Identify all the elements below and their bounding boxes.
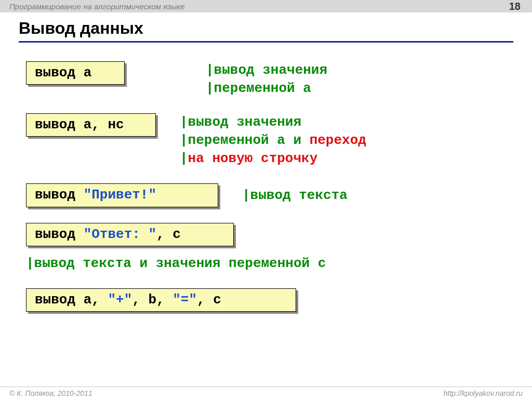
code-box-3: вывод "Привет!" [26,183,218,207]
comment-text-red: переход [310,132,366,148]
code-arg: a, [84,292,108,308]
string-literal: "Ответ: " [84,227,156,242]
slide-footer: © К. Поляков, 2010-2011 http://kpolyakov… [0,387,532,399]
comment-text: вывод текста [250,188,348,203]
code-arg: , c [197,292,221,308]
comment-4: |вывод текста и значения переменной c [26,255,513,273]
page-number: 18 [509,1,523,12]
code-box-5: вывод a, "+", b, "=", c [26,288,296,312]
code-arg: , c [156,227,181,242]
comment-text: вывод текста и значения переменной c [34,256,326,271]
string-literal: "+" [108,292,132,308]
pipe: | [242,188,250,203]
pipe: | [180,132,188,148]
footer-url: http://kpolyakov.narod.ru [444,389,523,397]
comment-2: |вывод значения|переменной a и переход|н… [180,113,366,168]
slide-header: Программирование на алгоритмическом язык… [0,0,532,12]
keyword: вывод [35,227,84,242]
slide-body: Вывод данных вывод a |вывод значения|пер… [0,12,532,312]
code-box-2: вывод a, нс [26,113,156,137]
slide-title: Вывод данных [19,19,513,43]
keyword: вывод [35,292,84,308]
code-arg: , b, [132,292,172,308]
pipe: | [26,256,34,271]
code-box-1: вывод a [26,61,125,85]
course-title: Программирование на алгоритмическом язык… [9,2,185,11]
comment-1: |вывод значения|переменной a [206,61,327,98]
example-4: вывод "Ответ: ", c [26,223,513,246]
pipe: | [206,62,214,78]
copyright: © К. Поляков, 2010-2011 [9,389,92,397]
string-literal: "Привет!" [84,187,156,203]
keyword: вывод [35,187,84,203]
keyword: вывод [35,117,84,132]
string-literal: "=" [172,292,197,308]
comment-3: |вывод текста [242,187,348,205]
comment-text: вывод значения [188,114,301,130]
example-1: вывод a |вывод значения|переменной a [26,61,513,98]
code-arg: a, нс [84,117,124,132]
comment-text: переменной a и [188,132,310,148]
example-5: вывод a, "+", b, "=", c [26,288,513,312]
pipe: | [180,151,188,166]
pipe: | [180,114,188,130]
comment-text-red: на новую строчку [188,151,318,166]
comment-text: вывод значения [214,62,327,78]
example-2: вывод a, нс |вывод значения|переменной a… [26,113,513,168]
pipe: | [206,81,214,96]
keyword: вывод [35,65,84,81]
example-3: вывод "Привет!" |вывод текста [26,183,513,207]
code-box-4: вывод "Ответ: ", c [26,223,234,246]
comment-text: переменной a [214,81,311,96]
code-arg: a [84,65,92,81]
